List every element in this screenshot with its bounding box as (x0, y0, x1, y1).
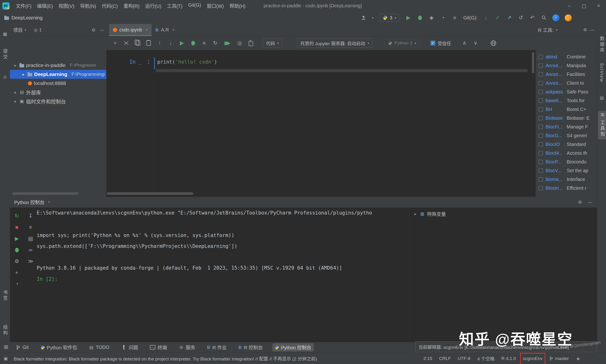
collapse-all-icon[interactable]: ↥ (38, 26, 43, 34)
package-name-link[interactable]: Annot... (546, 63, 564, 68)
restart-kernel-icon[interactable]: ↻ (212, 39, 218, 47)
soft-wrap-icon[interactable]: ≡ (28, 224, 34, 231)
git-update-icon[interactable]: ↓ (483, 14, 489, 21)
git-commit-icon[interactable]: ✓ (495, 14, 501, 21)
toolwindow-r-console[interactable]: R R 控制台 (236, 343, 265, 351)
package-name-link[interactable]: abind (546, 54, 564, 60)
package-name-link[interactable]: BiocV... (546, 168, 564, 173)
user-dropdown-icon[interactable]: ▾ (372, 16, 374, 20)
close-tab-icon[interactable]: × (145, 27, 148, 32)
console-tab[interactable]: Python 控制台 × (10, 197, 55, 208)
chevron-right-icon[interactable]: ▸ (413, 212, 417, 216)
package-name-link[interactable]: BiocP... (546, 159, 564, 165)
caret-position-widget[interactable]: 2:15 (423, 356, 432, 361)
editor-vertical-scrollbar[interactable] (532, 52, 534, 73)
package-row[interactable]: BiocM...Access th (536, 149, 597, 157)
jump-to-cell-icon[interactable]: ◎ (236, 39, 243, 47)
user-account-icon[interactable] (360, 14, 367, 21)
locate-file-icon[interactable]: ◎ (33, 26, 38, 34)
run-configuration-selector[interactable]: 3 ▾ (379, 14, 400, 22)
package-checkbox[interactable] (538, 98, 543, 103)
toolwindow-r-jobs[interactable]: R R 作业 (205, 343, 229, 351)
package-name-link[interactable]: BiocM... (546, 150, 564, 156)
print-icon[interactable]: ▤ (28, 235, 34, 242)
debug-button[interactable] (417, 14, 423, 21)
package-row[interactable]: base6...Tools for (536, 96, 597, 105)
show-variables-icon[interactable]: ∞ (28, 247, 34, 254)
project-panel-title[interactable]: 项目 (13, 26, 23, 33)
run-all-cells-icon[interactable]: ▶▶ (223, 39, 232, 47)
next-cell-icon[interactable]: ∨ (472, 39, 479, 47)
gear-icon[interactable]: ⚙ (578, 199, 582, 206)
gear-icon[interactable]: ⚙ (91, 26, 96, 34)
debug-cell-icon[interactable] (190, 39, 196, 47)
more-actions-icon[interactable]: ≫ (28, 258, 34, 265)
scroll-to-end-icon[interactable]: ↧ (28, 212, 34, 220)
package-name-link[interactable]: base6... (546, 98, 564, 103)
hide-panel-icon[interactable]: — (590, 26, 595, 33)
previous-cell-icon[interactable]: ∧ (461, 39, 468, 47)
chevron-down-icon[interactable]: ▾ (25, 28, 26, 32)
tree-item-deeplearning[interactable]: ▸ DeepLearning F:\Programming\ (10, 70, 106, 79)
chevron-right-icon[interactable]: ▸ (13, 99, 17, 104)
kernel-dropdown[interactable]: Python 3 ▾ (385, 39, 420, 47)
package-checkbox[interactable] (538, 81, 543, 85)
r-packages-toolwindow-button[interactable]: R 工具包 (598, 111, 606, 140)
sciview-toolwindow-button[interactable]: SciView (597, 63, 606, 82)
stop-button[interactable]: ■ (452, 14, 458, 21)
upgrade-icon[interactable]: ↑ (552, 14, 559, 21)
menu-file[interactable]: 文件(F) (13, 1, 34, 10)
close-button[interactable]: × (591, 0, 606, 12)
package-name-link[interactable]: bioma... (546, 177, 564, 182)
trusted-checkbox-group[interactable]: ✓ 受信任 (430, 40, 451, 46)
inspections-icon[interactable]: ◈ (576, 355, 580, 362)
chevron-right-icon[interactable]: ▸ (13, 63, 17, 68)
package-checkbox[interactable] (538, 160, 543, 164)
package-checkbox[interactable] (538, 90, 543, 94)
special-variables-header[interactable]: ▸ ▦ 特殊变量 (413, 210, 446, 217)
package-checkbox[interactable] (538, 72, 543, 77)
package-checkbox[interactable] (538, 116, 543, 120)
package-name-link[interactable]: Annot... (546, 80, 564, 86)
open-in-browser-icon[interactable] (490, 39, 496, 47)
package-checkbox[interactable] (538, 133, 543, 138)
editor-code-area[interactable]: In _ 1 print('hello! csdn') 正在分析... (106, 50, 536, 197)
package-row[interactable]: Biostri...Efficient r (536, 184, 597, 193)
toolwindow-git[interactable]: Git (14, 344, 31, 351)
trusted-checkbox[interactable]: ✓ (430, 41, 435, 45)
cut-cell-icon[interactable] (123, 39, 129, 47)
menu-view[interactable]: 视图(V) (56, 1, 77, 10)
tab-csdn-ipynb[interactable]: csdn.ipynb × (109, 24, 152, 36)
menu-window[interactable]: 窗口(W) (204, 1, 226, 10)
package-checkbox[interactable] (538, 151, 543, 156)
package-row[interactable]: BiocIOStandard (536, 140, 597, 149)
package-row[interactable]: Annot...Client to (536, 79, 597, 88)
database-toolwindow-button[interactable]: 数据库 (597, 36, 606, 53)
package-row[interactable]: Annot...Manipula (536, 61, 597, 70)
tree-item-practice-in-paddle[interactable]: ▸ practice-in-paddle F:\Programm (10, 61, 106, 70)
interpreter-widget[interactable]: scgnnEnv (523, 356, 543, 361)
tree-item-scratches[interactable]: ▸ ▣ 临时文件和控制台 (10, 97, 106, 106)
hide-panel-icon[interactable]: — (100, 26, 104, 34)
editor-horizontal-scrollbar[interactable] (107, 192, 193, 195)
package-row[interactable]: abindCombine (536, 52, 597, 61)
hide-panel-icon[interactable]: — (588, 199, 592, 206)
package-name-link[interactable]: Biostri... (546, 185, 564, 191)
package-row[interactable]: bioma...Interface (536, 175, 597, 184)
package-checkbox[interactable] (538, 63, 543, 68)
gear-icon[interactable]: ⚙ (14, 258, 20, 265)
maximize-button[interactable]: ▢ (577, 0, 591, 12)
package-checkbox[interactable] (538, 186, 543, 190)
menu-run[interactable]: 运行(U) (143, 1, 164, 10)
package-name-link[interactable]: Annot... (546, 72, 564, 77)
stop-icon[interactable]: ■ (14, 224, 20, 231)
minimize-button[interactable]: – (562, 0, 577, 12)
menu-help[interactable]: 帮助(H) (227, 1, 248, 10)
tree-item-localhost[interactable]: localhost:8888 (10, 79, 106, 88)
menu-git[interactable]: Git(G) (186, 1, 204, 10)
jupyter-server-dropdown[interactable]: 托管的 Jupyter 服务器: 自动启动 ▾ (297, 39, 372, 48)
bookmarks-toolwindow-button[interactable]: 书签 (0, 290, 10, 301)
tab-a-r[interactable]: R A.R × (152, 24, 179, 36)
code-line[interactable]: print('hello! csdn') (157, 59, 217, 65)
package-row[interactable]: BiocV...Set the ap (536, 166, 597, 175)
